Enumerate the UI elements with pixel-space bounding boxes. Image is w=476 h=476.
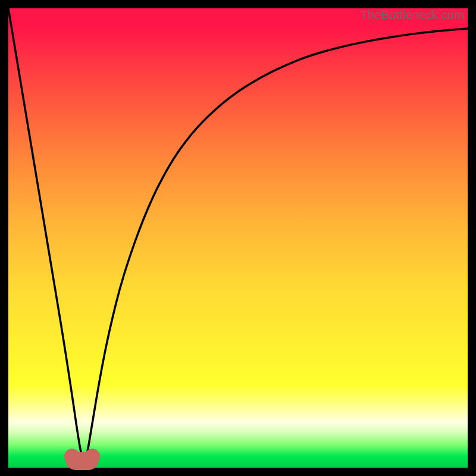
bump-marker: [65, 452, 99, 470]
chart-curve: [8, 8, 468, 468]
watermark-text: TheBottleneck.com: [360, 8, 464, 22]
plot-area: TheBottleneck.com: [8, 8, 468, 468]
